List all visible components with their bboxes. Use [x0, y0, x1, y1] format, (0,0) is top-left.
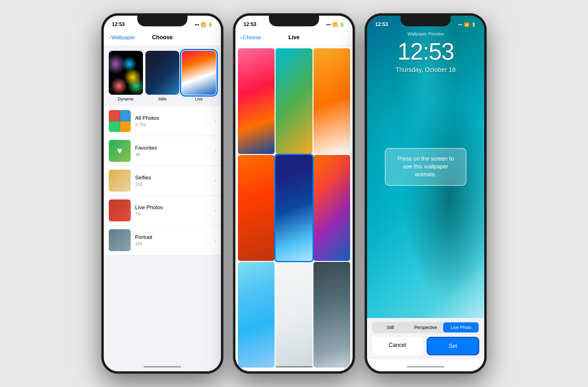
wallpaper-item-dynamic[interactable]: Dynamic: [109, 51, 143, 101]
battery-icon-3: 🔋: [471, 22, 476, 27]
status-time-2: 12:53: [244, 22, 256, 27]
nav-title-2: Live: [288, 34, 300, 41]
album-count-favorites: 34: [135, 152, 210, 157]
status-icons-2: ▪▪▪ 📶 🔋: [326, 22, 344, 27]
live-cell-7[interactable]: [238, 262, 275, 368]
signal-icon: ▪▪▪: [195, 22, 199, 27]
press-hint-text: Press on the screen to see this wallpape…: [397, 156, 454, 178]
chevron-right-livephotos: ›: [214, 208, 216, 213]
nav-title-1: Choose: [152, 34, 173, 41]
action-buttons: Cancel Set: [372, 337, 479, 355]
live-cell-6[interactable]: [313, 155, 350, 261]
status-time-3: 12:53: [375, 22, 388, 27]
chevron-right-portrait: ›: [214, 237, 216, 243]
live-cell-8[interactable]: [276, 262, 312, 368]
nav-back-1[interactable]: ‹ Wallpaper: [109, 34, 135, 41]
album-info-selfies: Selfies 103: [135, 175, 210, 187]
nav-back-label-1[interactable]: Wallpaper: [111, 34, 135, 41]
album-thumb-allphotos: [109, 110, 131, 132]
phone-3-inner: 12:53 ▪▪▪ 📶 🔋 Wallpaper Preview 12:53 Th…: [367, 16, 484, 371]
wallpaper-type-selector: Still Perspective Live Photo: [372, 322, 479, 333]
preview-time-section: 12:53 Thursday, October 18: [367, 38, 484, 73]
album-name-livephotos: Live Photos: [135, 204, 210, 211]
signal-icon-2: ▪▪▪: [326, 22, 331, 27]
signal-icon-3: ▪▪▪: [458, 22, 462, 27]
preview-clock: 12:53: [367, 38, 484, 65]
phone-3: 12:53 ▪▪▪ 📶 🔋 Wallpaper Preview 12:53 Th…: [365, 13, 487, 374]
wallpaper-thumb-dynamic[interactable]: [109, 51, 143, 95]
notch-3: [401, 16, 451, 26]
album-item-favorites[interactable]: ♥ Favorites 34 ›: [104, 136, 221, 166]
live-wallpaper-grid: [235, 46, 353, 370]
wallpaper-label-stills: Stills: [145, 97, 180, 101]
phone1-content: Dynamic Stills: [104, 46, 221, 371]
live-cell-1[interactable]: [238, 48, 275, 154]
battery-icon-2: 🔋: [339, 22, 344, 27]
phone-1-inner: 12:53 ▪▪▪ 📶 🔋 ‹ Wallpaper Choose: [104, 16, 221, 371]
wallpaper-thumb-live[interactable]: [182, 51, 216, 95]
preview-background: 12:53 ▪▪▪ 📶 🔋 Wallpaper Preview 12:53 Th…: [367, 16, 484, 318]
type-btn-perspective[interactable]: Perspective: [408, 322, 444, 332]
battery-icon: 🔋: [208, 22, 213, 27]
album-item-livephotos[interactable]: Live Photos 74 ›: [104, 196, 221, 225]
live-cell-3[interactable]: [313, 48, 350, 154]
live-cell-4[interactable]: [238, 155, 275, 261]
album-info-favorites: Favorites 34: [135, 145, 210, 157]
chevron-left-icon: ‹: [109, 34, 111, 41]
status-icons-3: ▪▪▪ 📶 🔋: [458, 22, 476, 27]
album-info-portrait: Portrait 181: [135, 234, 210, 246]
live-cell-9[interactable]: [313, 262, 350, 368]
wallpaper-label-dynamic: Dynamic: [109, 97, 143, 101]
wifi-icon-2: 📶: [333, 22, 338, 27]
album-info-livephotos: Live Photos 74: [135, 204, 210, 216]
home-indicator-1: [144, 366, 181, 368]
album-name-portrait: Portrait: [135, 234, 210, 241]
chevron-left-icon-2: ‹: [240, 34, 242, 41]
wallpaper-item-live[interactable]: Live: [182, 51, 216, 101]
album-info-allphotos: All Photos 2,752: [135, 115, 210, 127]
type-btn-still[interactable]: Still: [373, 322, 408, 332]
notch-1: [137, 16, 187, 26]
wallpaper-thumb-stills[interactable]: [145, 51, 180, 95]
wallpaper-label-live: Live: [182, 97, 216, 101]
chevron-right-favorites: ›: [214, 148, 216, 154]
wallpaper-grid: Dynamic Stills: [109, 51, 216, 101]
album-name-allphotos: All Photos: [135, 115, 210, 121]
album-thumb-livephotos: [109, 199, 131, 221]
album-item-allphotos[interactable]: All Photos 2,752 ›: [104, 106, 221, 136]
album-item-portrait[interactable]: Portrait 181 ›: [104, 225, 221, 255]
album-item-selfies[interactable]: Selfies 103 ›: [104, 166, 221, 196]
preview-bottom: Still Perspective Live Photo Cancel Set: [367, 318, 484, 359]
set-button[interactable]: Set: [427, 337, 479, 355]
album-thumb-selfies: [109, 170, 131, 192]
nav-bar-2: ‹ Choose Live: [235, 31, 353, 46]
nav-bar-1: ‹ Wallpaper Choose: [104, 31, 221, 46]
nav-back-label-2[interactable]: Choose: [243, 34, 261, 41]
notch-2: [269, 16, 319, 26]
album-name-favorites: Favorites: [135, 145, 210, 151]
album-thumb-portrait: [109, 229, 131, 251]
status-icons-1: ▪▪▪ 📶 🔋: [195, 22, 213, 27]
press-hint: Press on the screen to see this wallpape…: [385, 148, 466, 186]
chevron-right-selfies: ›: [214, 178, 216, 183]
cancel-button[interactable]: Cancel: [372, 337, 423, 355]
phone-2: 12:53 ▪▪▪ 📶 🔋 ‹ Choose Live: [233, 13, 355, 374]
phone-1: 12:53 ▪▪▪ 📶 🔋 ‹ Wallpaper Choose: [101, 13, 223, 374]
home-indicator-2: [275, 366, 313, 368]
wallpaper-item-stills[interactable]: Stills: [145, 51, 180, 101]
album-name-selfies: Selfies: [135, 175, 210, 181]
chevron-right-allphotos: ›: [214, 118, 216, 124]
preview-date: Thursday, October 18: [367, 66, 484, 73]
nav-back-2[interactable]: ‹ Choose: [240, 34, 261, 41]
wallpaper-section: Dynamic Stills: [104, 46, 221, 101]
home-indicator-3: [407, 366, 444, 368]
type-btn-livephoto[interactable]: Live Photo: [443, 322, 479, 332]
preview-label: Wallpaper Preview: [367, 31, 484, 36]
album-thumb-favorites: ♥: [109, 140, 131, 162]
album-count-livephotos: 74: [135, 211, 210, 216]
album-list: All Photos 2,752 › ♥ Favorites 34: [104, 106, 221, 255]
phone-2-inner: 12:53 ▪▪▪ 📶 🔋 ‹ Choose Live: [235, 16, 353, 371]
live-cell-5[interactable]: [276, 155, 312, 261]
live-cell-2[interactable]: [276, 48, 312, 154]
album-count-portrait: 181: [135, 241, 210, 246]
